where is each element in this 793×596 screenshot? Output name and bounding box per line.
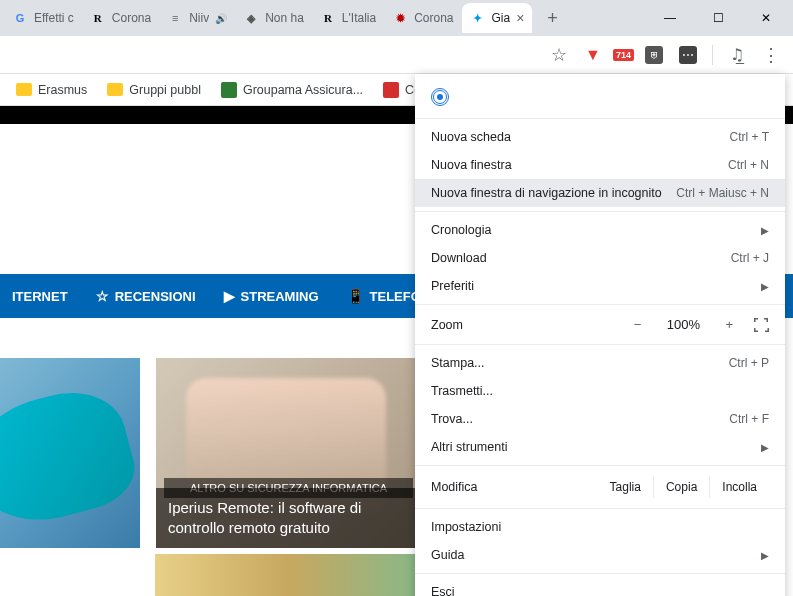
maximize-button[interactable]: ☐ (695, 2, 741, 34)
nav-streaming[interactable]: ▶STREAMING (224, 288, 319, 304)
menu-incognito[interactable]: Nuova finestra di navigazione in incogni… (415, 179, 785, 207)
window-controls: — ☐ ✕ (647, 2, 789, 34)
menu-shortcut: Ctrl + J (731, 251, 769, 265)
reading-list-icon[interactable]: ♫̲ (723, 41, 751, 69)
menu-shortcut: Ctrl + F (729, 412, 769, 426)
tab-0[interactable]: GEffetti c (4, 3, 82, 33)
bookmark-erasmus[interactable]: Erasmus (8, 79, 95, 101)
menu-settings[interactable]: Impostazioni (415, 513, 785, 541)
copy-button[interactable]: Copia (653, 476, 709, 498)
ublock-icon[interactable]: ⛨ (640, 41, 668, 69)
menu-label: Download (431, 251, 731, 265)
close-window-button[interactable]: ✕ (743, 2, 789, 34)
article-card-partial[interactable] (0, 358, 140, 548)
menu-print[interactable]: Stampa...Ctrl + P (415, 349, 785, 377)
cut-button[interactable]: Taglia (598, 476, 653, 498)
menu-new-window[interactable]: Nuova finestraCtrl + N (415, 151, 785, 179)
card-title: Iperius Remote: il software di controllo… (156, 488, 421, 549)
extension-badge[interactable]: ▼ (579, 41, 607, 69)
edit-label: Modifica (431, 480, 598, 494)
zoom-value: 100% (661, 317, 705, 332)
menu-shortcut: Ctrl + T (730, 130, 769, 144)
star-icon: ☆ (96, 288, 109, 304)
menu-label: Nuova finestra di navigazione in incogni… (431, 186, 676, 200)
nav-internet[interactable]: ITERNET (12, 289, 68, 304)
bookmark-star-icon[interactable]: ☆ (545, 41, 573, 69)
mini-card[interactable] (155, 554, 420, 596)
menu-find[interactable]: Trova...Ctrl + F (415, 405, 785, 433)
extension-dots-icon[interactable]: ⋯ (674, 41, 702, 69)
menu-help[interactable]: Guida▶ (415, 541, 785, 569)
bookmark-groupama[interactable]: Groupama Assicura... (213, 78, 371, 102)
menu-label: Esci (431, 585, 769, 596)
menu-button[interactable]: ⋮ (757, 41, 785, 69)
tab-title: Niiv (189, 11, 209, 25)
close-icon[interactable]: × (516, 10, 524, 26)
bookmark-label: Gruppi pubbl (129, 83, 201, 97)
menu-label: Guida (431, 548, 741, 562)
menu-label: Altri strumenti (431, 440, 741, 454)
menu-cast[interactable]: Trasmetti... (415, 377, 785, 405)
tab-4[interactable]: RL'Italia (312, 3, 384, 33)
minimize-button[interactable]: — (647, 2, 693, 34)
chevron-right-icon: ▶ (761, 550, 769, 561)
tab-title: Gia (492, 11, 511, 25)
tab-2[interactable]: ≡Niiv🔊 (159, 3, 235, 33)
menu-label: Impostazioni (431, 520, 769, 534)
bookmark-label: Erasmus (38, 83, 87, 97)
menu-label: Nuova scheda (431, 130, 730, 144)
menu-shortcut: Ctrl + Maiusc + N (676, 186, 769, 200)
tab-6[interactable]: ✦Gia× (462, 3, 533, 33)
chrome-menu: Nuova schedaCtrl + T Nuova finestraCtrl … (415, 74, 785, 596)
chevron-right-icon: ▶ (761, 442, 769, 453)
paste-button[interactable]: Incolla (709, 476, 769, 498)
folder-icon (16, 83, 32, 96)
site-icon (383, 82, 399, 98)
menu-shortcut: Ctrl + N (728, 158, 769, 172)
play-icon: ▶ (224, 288, 235, 304)
bookmark-gruppi[interactable]: Gruppi pubbl (99, 79, 209, 101)
toolbar: ☆ ▼ 714 ⛨ ⋯ ♫̲ ⋮ (0, 36, 793, 74)
tab-title: Corona (414, 11, 453, 25)
article-card-iperius[interactable]: ALTRO SU SICUREZZA INFORMATICA Iperius R… (156, 358, 421, 548)
nav-telefonia[interactable]: 📱TELEFOI (347, 288, 425, 304)
menu-new-tab[interactable]: Nuova schedaCtrl + T (415, 123, 785, 151)
tab-1[interactable]: RCorona (82, 3, 159, 33)
phone-icon: 📱 (347, 288, 364, 304)
menu-label: Preferiti (431, 279, 741, 293)
menu-extension-icon[interactable] (415, 80, 785, 114)
menu-more-tools[interactable]: Altri strumenti▶ (415, 433, 785, 461)
nav-label: ITERNET (12, 289, 68, 304)
zoom-label: Zoom (431, 318, 628, 332)
extension-count-badge: 714 (613, 49, 634, 61)
tab-title: Effetti c (34, 11, 74, 25)
menu-downloads[interactable]: DownloadCtrl + J (415, 244, 785, 272)
menu-bookmarks[interactable]: Preferiti▶ (415, 272, 785, 300)
menu-label: Trova... (431, 412, 729, 426)
folder-icon (107, 83, 123, 96)
tab-title: L'Italia (342, 11, 376, 25)
tab-5[interactable]: ✹Corona (384, 3, 461, 33)
nav-label: RECENSIONI (115, 289, 196, 304)
menu-label: Cronologia (431, 223, 741, 237)
nav-label: STREAMING (241, 289, 319, 304)
chevron-right-icon: ▶ (761, 281, 769, 292)
target-icon (431, 88, 449, 106)
tab-3[interactable]: ◈Non ha (235, 3, 312, 33)
menu-history[interactable]: Cronologia▶ (415, 216, 785, 244)
fullscreen-button[interactable] (753, 317, 769, 333)
menu-exit[interactable]: Esci (415, 578, 785, 596)
menu-edit: Modifica Taglia Copia Incolla (415, 470, 785, 504)
tab-strip: GEffetti c RCorona ≡Niiv🔊 ◈Non ha RL'Ita… (0, 0, 793, 36)
menu-shortcut: Ctrl + P (729, 356, 769, 370)
bookmark-label: Groupama Assicura... (243, 83, 363, 97)
nav-recensioni[interactable]: ☆RECENSIONI (96, 288, 196, 304)
audio-icon: 🔊 (215, 13, 227, 24)
menu-label: Stampa... (431, 356, 729, 370)
menu-label: Nuova finestra (431, 158, 728, 172)
tab-title: Non ha (265, 11, 304, 25)
zoom-in-button[interactable]: + (719, 315, 739, 334)
zoom-out-button[interactable]: − (628, 315, 648, 334)
new-tab-button[interactable]: + (538, 4, 566, 32)
menu-label: Trasmetti... (431, 384, 769, 398)
